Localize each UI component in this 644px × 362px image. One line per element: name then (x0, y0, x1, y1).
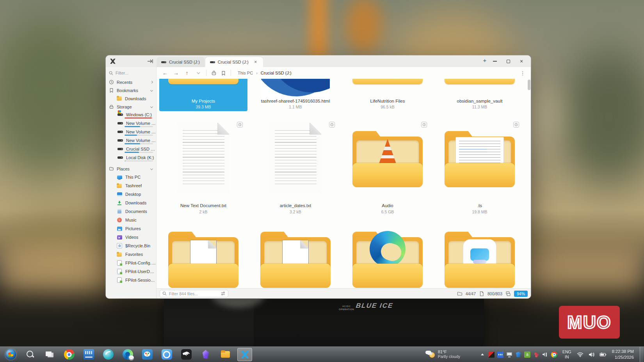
file-tile[interactable] (343, 231, 432, 288)
sidebar-drive-k[interactable]: Local Disk (K:) (106, 154, 156, 162)
tray-chrome-icon[interactable] (551, 351, 557, 358)
up-button[interactable]: ↑ (182, 69, 192, 77)
file-tile[interactable]: tashreef-shareef-1745916035.html 1.1 MB (251, 79, 340, 111)
sidebar-drive-f[interactable]: New Volume (F:) (106, 137, 156, 145)
sidebar-item-downloads-bookmark[interactable]: Downloads (106, 94, 156, 103)
sidebar-item-favorites[interactable]: Favorites (106, 250, 156, 259)
file-tile[interactable] (159, 231, 247, 288)
tray-shield-icon[interactable] (515, 351, 521, 358)
file-tile[interactable]: article_dates.txt 3.2 kB (251, 119, 340, 215)
sidebar-item-documents[interactable]: Documents (106, 207, 156, 216)
file-tile[interactable]: LifeNutrition Files 96.5 kB (343, 79, 432, 111)
window-tab[interactable]: Crucial SSD (J:) × (157, 57, 205, 67)
more-options-icon[interactable]: ⋮ (518, 69, 527, 77)
taskbar-search-icon[interactable] (23, 348, 37, 361)
sidebar-item-music[interactable]: Music (106, 216, 156, 224)
file-tile[interactable]: .ts 19.8 MB (436, 119, 524, 215)
tray-volume-mixer-icon[interactable] (542, 351, 548, 358)
status-counts: 44/47 800/803 94% (457, 291, 528, 297)
tray-green-app-icon[interactable] (524, 351, 530, 358)
sidebar-item-fpilot-userdata[interactable]: FPilot-UserData.... (106, 267, 156, 276)
files-filter-box[interactable] (160, 290, 228, 297)
wifi-icon[interactable] (576, 351, 584, 358)
sidebar-section-places[interactable]: Places (106, 165, 156, 173)
paint-icon[interactable] (140, 348, 155, 361)
folder-count-icon (457, 291, 463, 296)
close-button[interactable]: × (516, 57, 527, 66)
file-tile[interactable]: My Projects 39.3 MB (159, 79, 247, 111)
terminal-icon[interactable] (81, 348, 96, 361)
sidebar-drive-c[interactable]: Windows (C:) (106, 111, 156, 119)
window-tab[interactable]: Crucial SSD (J:) × (205, 57, 263, 67)
title-bar[interactable]: Crucial SSD (J:) × Crucial SSD (J:) × + … (106, 55, 531, 67)
files-filter-input[interactable] (169, 291, 212, 296)
file-tile-icon (251, 119, 340, 215)
edge-icon[interactable] (120, 348, 135, 361)
sidebar-item-tashreef[interactable]: Tashreef (106, 181, 156, 190)
weather-widget[interactable]: 81°F Partly cloudy (425, 350, 460, 359)
volume-icon[interactable] (588, 351, 596, 358)
lock-icon[interactable] (210, 69, 218, 77)
eagle-app-icon[interactable] (179, 348, 194, 361)
scrollbar-thumb[interactable] (528, 80, 530, 90)
copy-pages-icon[interactable] (505, 291, 511, 296)
loop-icon[interactable] (159, 348, 174, 361)
sidebar-item-recycle-bin[interactable]: $Recycle.Bin (106, 241, 156, 250)
new-tab-button[interactable]: + (480, 55, 489, 65)
sidebar-filter-input[interactable] (116, 71, 149, 75)
collapse-sidebar-icon[interactable] (147, 58, 153, 64)
chevron-right-icon (150, 81, 153, 83)
sidebar-item-fpilot-session[interactable]: FPilot-Session.js... (106, 276, 156, 284)
sidebar-item-downloads[interactable]: Downloads (106, 199, 156, 207)
start-button[interactable] (3, 348, 18, 361)
bookmark-icon[interactable] (219, 69, 227, 77)
obsidian-icon[interactable] (198, 348, 213, 361)
forward-button[interactable]: → (171, 69, 181, 77)
zoom-level-badge[interactable]: 94% (514, 291, 528, 297)
battery-icon[interactable] (599, 351, 607, 358)
language-indicator[interactable]: ENG IN (562, 350, 571, 359)
sidebar-drive-j[interactable]: Crucial SSD (J:) (106, 145, 156, 154)
sidebar-section-bookmarks[interactable]: Bookmarks (106, 86, 156, 94)
file-tile[interactable]: Audio 6.5 GB (343, 119, 432, 215)
status-bar: 44/47 800/803 94% (157, 288, 531, 298)
show-desktop-button[interactable] (640, 347, 643, 362)
tray-display-icon[interactable] (506, 351, 512, 358)
filter-settings-icon[interactable] (221, 291, 226, 296)
sidebar-item-this-pc[interactable]: This PC (106, 173, 156, 181)
sidebar-item-pictures[interactable]: Pictures (106, 224, 156, 233)
maximize-button[interactable] (503, 57, 514, 66)
minimize-button[interactable] (489, 57, 500, 66)
sidebar-section-recents[interactable]: Recents (106, 78, 156, 86)
tab-close-icon[interactable]: × (253, 59, 258, 65)
tray-blue-app-icon[interactable] (497, 351, 503, 358)
history-dropdown-chevron-icon[interactable] (193, 69, 203, 77)
drive-icon (117, 139, 123, 142)
taskbar-clock[interactable]: 8:22:38 PM 1/25/2026 (612, 349, 634, 360)
tray-dots-app-icon[interactable] (533, 351, 539, 358)
sidebar-item-videos[interactable]: Videos (106, 233, 156, 241)
sidebar-drive-d[interactable]: New Volume (D:) (106, 119, 156, 128)
tray-red-app-icon[interactable] (488, 351, 495, 358)
sidebar-drive-e[interactable]: New Volume (E:) (106, 128, 156, 137)
task-view-icon[interactable] (42, 348, 57, 361)
file-explorer-icon[interactable] (218, 348, 233, 361)
sidebar-section-storage[interactable]: Storage (106, 103, 156, 111)
sidebar-item-fpilot-config[interactable]: FPilot-Config.json (106, 259, 156, 267)
sidebar-filter[interactable] (106, 68, 156, 78)
powertoys-icon[interactable] (101, 348, 116, 361)
file-tile[interactable]: obsidian_sample_vault 11.3 MB (436, 79, 524, 111)
recent-clock-badge-icon (237, 122, 243, 128)
chrome-icon[interactable] (62, 348, 76, 361)
breadcrumb-current[interactable]: Crucial SSD (J:) (261, 71, 292, 75)
file-tile[interactable] (251, 231, 340, 288)
sidebar-item-desktop[interactable]: Desktop (106, 190, 156, 199)
file-pilot-icon[interactable] (237, 348, 252, 361)
back-button[interactable]: ← (160, 69, 170, 77)
folder-icon (117, 96, 122, 101)
hidden-icons-chevron-icon[interactable] (481, 353, 484, 355)
file-tile[interactable] (436, 231, 524, 288)
file-tile[interactable]: New Text Document.txt 2 kB (159, 119, 247, 215)
breadcrumb-root[interactable]: This PC (238, 71, 253, 75)
drive-icon (117, 148, 123, 150)
